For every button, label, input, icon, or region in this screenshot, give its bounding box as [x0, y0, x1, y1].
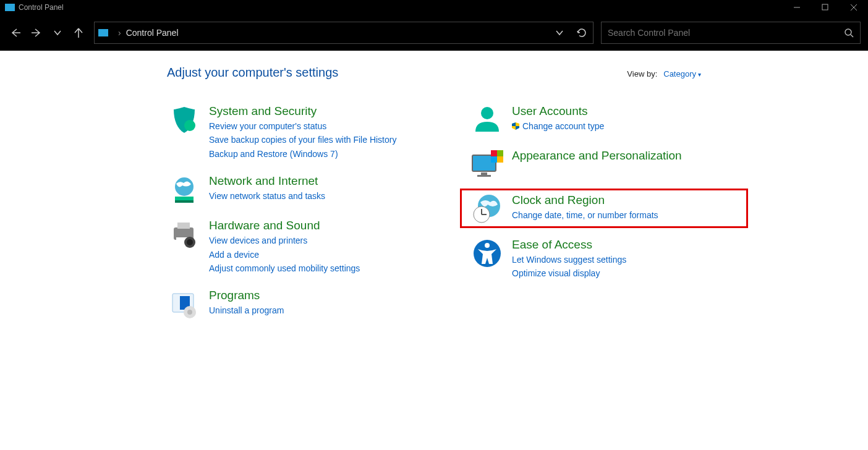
- viewby-label: View by:: [627, 69, 657, 79]
- category-title[interactable]: System and Security: [209, 104, 396, 118]
- link-windows-suggest[interactable]: Let Windows suggest settings: [512, 253, 626, 266]
- link-network-status[interactable]: View network status and tasks: [209, 189, 325, 203]
- content: Adjust your computer's settings View by:…: [0, 51, 868, 450]
- viewby-dropdown[interactable]: Category▾: [663, 69, 701, 79]
- svg-point-4: [845, 29, 851, 35]
- printer-camera-icon: [167, 219, 202, 275]
- up-button[interactable]: [68, 22, 89, 43]
- link-change-account-type[interactable]: Change account type: [512, 119, 604, 133]
- titlebar: Control Panel: [0, 0, 868, 15]
- globe-icon: [167, 174, 202, 205]
- category-title[interactable]: User Accounts: [512, 104, 604, 118]
- svg-rect-24: [491, 150, 497, 156]
- link-review-status[interactable]: Review your computer's status: [209, 119, 396, 133]
- svg-point-7: [175, 177, 194, 196]
- link-add-device[interactable]: Add a device: [209, 248, 360, 261]
- svg-rect-11: [177, 223, 190, 229]
- category-column-left: System and Security Review your computer…: [167, 104, 433, 333]
- navbar: › Control Panel: [0, 15, 868, 51]
- breadcrumb[interactable]: Control Panel: [126, 28, 179, 38]
- svg-point-6: [184, 120, 195, 131]
- link-uninstall-program[interactable]: Uninstall a program: [209, 304, 284, 317]
- category-clock-region: Clock and Region Change date, time, or n…: [470, 193, 736, 224]
- svg-rect-26: [491, 156, 497, 163]
- close-button[interactable]: [840, 0, 868, 15]
- svg-point-18: [187, 310, 192, 315]
- category-ease-of-access: Ease of Access Let Windows suggest setti…: [470, 238, 736, 281]
- link-text: Change account type: [522, 121, 604, 131]
- category-title[interactable]: Programs: [209, 289, 284, 302]
- svg-rect-23: [477, 175, 491, 177]
- category-column-right: User Accounts Change account type: [470, 104, 736, 333]
- category-title[interactable]: Network and Internet: [209, 174, 325, 188]
- clock-globe-icon: [470, 193, 504, 224]
- monitor-icon: [470, 149, 504, 180]
- search-bar[interactable]: [601, 22, 861, 44]
- uac-shield-icon: [512, 120, 519, 127]
- category-hardware-sound: Hardware and Sound View devices and prin…: [167, 219, 433, 275]
- search-icon[interactable]: [838, 28, 860, 38]
- recent-button[interactable]: [47, 22, 68, 43]
- category-appearance: Appearance and Personalization: [470, 149, 736, 180]
- chevron-down-icon: ▾: [698, 71, 701, 78]
- svg-point-33: [485, 243, 490, 248]
- category-network-internet: Network and Internet View network status…: [167, 174, 433, 205]
- svg-rect-8: [175, 197, 194, 200]
- user-icon: [470, 104, 504, 135]
- window-title: Control Panel: [19, 3, 64, 12]
- programs-icon: [167, 289, 202, 320]
- svg-rect-9: [175, 200, 194, 203]
- back-button[interactable]: [5, 22, 26, 43]
- svg-line-5: [851, 35, 853, 37]
- maximize-button[interactable]: [811, 0, 840, 15]
- svg-point-14: [187, 239, 193, 245]
- category-user-accounts: User Accounts Change account type: [470, 104, 736, 135]
- control-panel-icon: [5, 4, 15, 11]
- minimize-button[interactable]: [783, 0, 811, 15]
- svg-rect-27: [497, 156, 503, 163]
- breadcrumb-chevron-icon: ›: [118, 28, 121, 38]
- link-date-time-formats[interactable]: Change date, time, or number formats: [512, 208, 658, 222]
- link-mobility-settings[interactable]: Adjust commonly used mobility settings: [209, 261, 360, 275]
- category-title[interactable]: Clock and Region: [512, 193, 658, 207]
- refresh-button[interactable]: [571, 22, 593, 44]
- category-title[interactable]: Appearance and Personalization: [512, 149, 682, 163]
- link-backup-restore[interactable]: Backup and Restore (Windows 7): [209, 147, 396, 161]
- address-bar[interactable]: › Control Panel: [94, 22, 594, 44]
- category-title[interactable]: Hardware and Sound: [209, 219, 360, 232]
- viewby-value: Category: [663, 69, 696, 79]
- link-file-history[interactable]: Save backup copies of your files with Fi…: [209, 133, 396, 146]
- link-optimize-display[interactable]: Optimize visual display: [512, 266, 626, 280]
- search-input[interactable]: [602, 28, 838, 38]
- address-dropdown-button[interactable]: [548, 22, 571, 44]
- svg-rect-22: [481, 172, 487, 175]
- category-title[interactable]: Ease of Access: [512, 238, 626, 252]
- svg-point-19: [481, 107, 493, 119]
- svg-rect-25: [497, 150, 503, 156]
- category-system-security: System and Security Review your computer…: [167, 104, 433, 161]
- page-title: Adjust your computer's settings: [167, 66, 338, 80]
- category-programs: Programs Uninstall a program: [167, 289, 433, 320]
- shield-icon: [167, 104, 202, 161]
- accessibility-icon: [470, 238, 504, 281]
- svg-rect-1: [822, 4, 828, 10]
- control-panel-icon: [98, 29, 108, 36]
- link-devices-printers[interactable]: View devices and printers: [209, 234, 360, 247]
- forward-button[interactable]: [26, 22, 47, 43]
